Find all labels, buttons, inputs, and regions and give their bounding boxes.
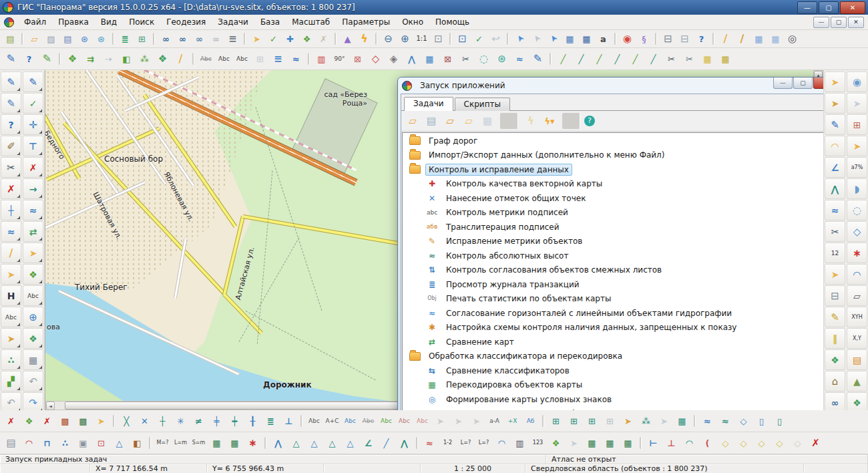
geodesy-tri-4-icon[interactable]: △ (341, 434, 359, 452)
close-button[interactable]: ✕ (840, 1, 865, 14)
measure-m-icon[interactable]: M=? (154, 434, 172, 452)
menu-item[interactable]: Задачи (212, 16, 254, 28)
hatch-icon[interactable]: ▥ (312, 50, 331, 67)
ortho-l-icon[interactable]: ⊢ (644, 434, 662, 452)
mirror-object-icon[interactable]: ◧ (118, 50, 136, 67)
curve-points-icon[interactable]: ≈ (825, 200, 845, 220)
tree-task[interactable]: abc Контроль метрики подписей (403, 206, 823, 220)
tree-task[interactable]: ✕ Нанесение отметок общих точек (403, 191, 823, 206)
topology-list-icon[interactable]: ≣ (262, 412, 280, 430)
create-any-icon[interactable]: ? (1, 114, 21, 135)
tree-points-icon[interactable]: ∴ (56, 434, 74, 452)
zoom-out-icon[interactable]: ⊖ (380, 31, 397, 46)
redo-icon[interactable]: ↷ (23, 392, 43, 410)
print-preview-icon[interactable]: ⊟ (676, 31, 693, 46)
text-flash-3-icon[interactable]: ➤ (467, 412, 485, 430)
bar-h-icon[interactable]: ▯ (752, 412, 771, 430)
cut-line-1-icon[interactable]: ╱ (554, 50, 572, 67)
diamond-4-icon[interactable]: ◇ (771, 434, 789, 452)
object-list-icon[interactable]: ≡ (224, 31, 241, 46)
fit-extent-icon[interactable]: ⊡ (430, 31, 447, 46)
tree-task[interactable]: абв Транслитерация подписей (403, 220, 823, 234)
squares-flash-2-icon[interactable]: ➤ (655, 412, 673, 430)
run-applications-icon[interactable]: ϟ (356, 31, 373, 46)
toolbar-button[interactable] (449, 33, 451, 45)
text-object-icon[interactable]: Abc (377, 412, 395, 430)
3d-map-icon[interactable]: ❖ (847, 392, 867, 410)
minimize-button[interactable]: — (797, 1, 817, 14)
cross-red-icon[interactable]: ✗ (807, 434, 825, 452)
flashlight-on-icon[interactable]: ➤ (847, 136, 867, 156)
scroll-left-icon[interactable]: ◄ (46, 402, 55, 410)
bracket-points-icon[interactable]: ⊓ (38, 434, 56, 452)
wave-2-icon[interactable]: ≈ (716, 412, 734, 430)
toolbar-button[interactable] (300, 415, 302, 427)
search-icon[interactable]: ∞ (158, 31, 174, 46)
objects-table-icon[interactable]: ❖ (23, 328, 43, 349)
mesh-globe-icon[interactable]: ⊛ (493, 50, 511, 67)
back-view-icon[interactable]: ↩ (487, 31, 504, 46)
geodesy-tri-1-icon[interactable]: △ (287, 434, 305, 452)
delete-marked-icon[interactable]: ✗ (2, 412, 20, 430)
cut-object-icon[interactable]: ✂ (457, 50, 475, 67)
toolbar-button[interactable] (264, 437, 266, 449)
topology-snap-icon[interactable]: ╂ (244, 412, 262, 430)
print-map-icon[interactable]: ⊟ (825, 285, 845, 306)
tree-folder-classifier[interactable]: Обработка классификатора и перекодировка (403, 349, 823, 364)
grid-mm-icon[interactable]: ▦ (750, 31, 767, 46)
terrain-icon[interactable]: ▲ (847, 371, 867, 391)
check-object-icon[interactable]: ✓ (23, 93, 43, 114)
arc-segment-icon[interactable]: ◠ (847, 264, 867, 285)
squares-grid-icon[interactable]: ▦ (673, 412, 691, 430)
arc-plus-icon[interactable]: ◠ (493, 434, 511, 452)
toolbar-button[interactable] (149, 437, 151, 449)
polygon-blue-icon[interactable]: ◇ (847, 221, 867, 242)
rainbow-layers-icon[interactable]: ▤ (847, 349, 867, 370)
squares-2-icon[interactable]: ⊞ (565, 412, 583, 430)
remove-subobject-icon[interactable]: ❖ (20, 412, 38, 430)
toolbar-button[interactable] (614, 33, 616, 45)
diamond-outline-icon[interactable]: ◇ (367, 50, 385, 67)
diamond-x-icon[interactable]: ◇ (789, 434, 807, 452)
highlight-a-icon[interactable]: ➤ (1, 264, 21, 285)
copy-disabled-icon[interactable]: ⇢ (99, 50, 118, 67)
delete-part-icon[interactable]: ✗ (23, 157, 43, 178)
highlight-delete-icon[interactable]: ➤ (92, 412, 110, 430)
flash-m-icon[interactable]: ➤ (565, 434, 583, 452)
points-123-icon[interactable]: 123 (529, 434, 547, 452)
create-object-icon[interactable]: ✎ (1, 71, 21, 92)
toolbar-button[interactable] (244, 33, 246, 45)
new-task-icon[interactable]: ▤ (423, 113, 440, 129)
compass-icon[interactable]: ⋀ (825, 178, 845, 199)
apply-view-icon[interactable]: ✓ (471, 31, 487, 46)
graph-nodes-icon[interactable]: ∗ (847, 243, 867, 263)
blob-ruler-icon[interactable]: ◌ (847, 200, 867, 220)
edit-list-icon[interactable]: ≡ (269, 50, 287, 67)
text-dashed-icon[interactable]: Abc (395, 412, 413, 430)
toolbar-button[interactable] (113, 415, 115, 427)
grid-yellow-2-icon[interactable]: ▦ (716, 50, 734, 67)
scissors-line-2-icon[interactable]: ✂ (680, 50, 698, 67)
tree-task[interactable]: W Отчет классификатора в Word (403, 407, 823, 411)
tree-folder-graf-dorog[interactable]: Граф дорог (403, 134, 823, 148)
text-wave-icon[interactable]: Abc (233, 50, 251, 67)
menu-item[interactable]: Масштаб (286, 16, 336, 28)
menu-item[interactable]: Правка (52, 16, 95, 28)
roads-icon[interactable]: ‖ (825, 328, 845, 349)
toolbar-button[interactable] (153, 33, 155, 45)
text-delete-icon[interactable]: Abc (197, 50, 215, 67)
ortho-u-icon[interactable]: ⊥ (662, 434, 680, 452)
dialog-minimize-button[interactable]: — (773, 77, 793, 89)
hatched-circle-icon[interactable]: ◉ (847, 71, 867, 92)
3d-view-icon[interactable]: ▲ (339, 31, 356, 46)
squares-3-icon[interactable]: ⊞ (583, 412, 601, 430)
toolbar-button[interactable] (550, 53, 552, 65)
house-doc-icon[interactable]: ⌂ (825, 371, 845, 391)
nodes-graph-icon[interactable]: ∗ (244, 434, 262, 452)
topology-neq-icon[interactable]: ≠ (190, 412, 208, 430)
search-repeat-icon[interactable]: ∞ (208, 31, 224, 46)
tree-task[interactable]: ▦ Перекодировка объектов карты (403, 378, 823, 393)
open-folder-icon[interactable]: ▱ (460, 113, 477, 129)
polygon-pencil-icon[interactable]: ✎ (825, 114, 845, 135)
run-task-params-icon[interactable]: ϟ▾ (541, 113, 558, 129)
